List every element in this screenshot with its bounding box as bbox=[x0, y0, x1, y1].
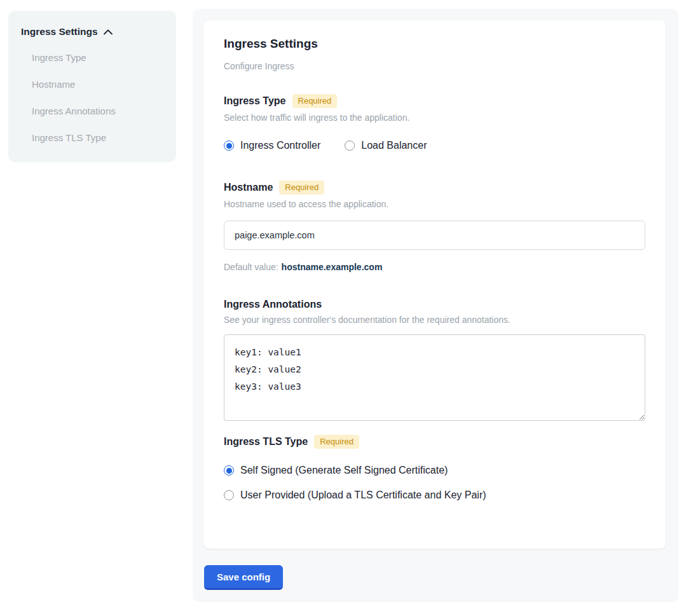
hostname-required-badge: Required bbox=[279, 181, 324, 195]
radio-icon[interactable] bbox=[224, 490, 234, 500]
card-title: Ingress Settings bbox=[224, 37, 645, 51]
main-panel: Ingress Settings Configure Ingress Ingre… bbox=[193, 9, 678, 602]
ingress-settings-card: Ingress Settings Configure Ingress Ingre… bbox=[203, 20, 666, 549]
hostname-input[interactable] bbox=[224, 221, 645, 250]
radio-label-self-signed: Self Signed (Generate Self Signed Certif… bbox=[240, 465, 448, 476]
sidebar-item-hostname[interactable]: Hostname bbox=[32, 78, 163, 91]
radio-icon[interactable] bbox=[224, 140, 234, 151]
sidebar-item-ingress-type[interactable]: Ingress Type bbox=[32, 51, 163, 64]
save-config-button[interactable]: Save config bbox=[204, 565, 283, 590]
radio-option-user-provided[interactable]: User Provided (Upload a TLS Certificate … bbox=[224, 489, 645, 501]
tls-type-required-badge: Required bbox=[314, 435, 359, 449]
annotations-description: See your ingress controller's documentat… bbox=[224, 315, 645, 325]
radio-icon[interactable] bbox=[345, 140, 355, 151]
radio-label-ingress-controller: Ingress Controller bbox=[240, 140, 320, 151]
ingress-type-label: Ingress Type bbox=[224, 95, 286, 107]
radio-label-load-balancer: Load Balancer bbox=[361, 140, 427, 151]
default-value-text: hostname.example.com bbox=[282, 262, 383, 272]
radio-label-user-provided: User Provided (Upload a TLS Certificate … bbox=[240, 489, 486, 501]
default-value-label: Default value: bbox=[224, 262, 278, 272]
ingress-type-radio-group: Ingress Controller Load Balancer bbox=[224, 140, 645, 151]
sidebar-section-title: Ingress Settings bbox=[21, 26, 98, 38]
sidebar-items: Ingress Type Hostname Ingress Annotation… bbox=[21, 51, 163, 144]
settings-nav-sidebar: Ingress Settings Ingress Type Hostname I… bbox=[8, 11, 176, 162]
hostname-description: Hostname used to access the application. bbox=[224, 199, 645, 209]
hostname-label: Hostname bbox=[224, 182, 273, 193]
tls-type-radio-group: Self Signed (Generate Self Signed Certif… bbox=[224, 465, 645, 501]
annotations-textarea[interactable]: key1: value1 key2: value2 key3: value3 bbox=[224, 334, 645, 421]
sidebar-item-ingress-tls-type[interactable]: Ingress TLS Type bbox=[32, 132, 163, 144]
radio-option-load-balancer[interactable]: Load Balancer bbox=[345, 140, 427, 151]
radio-icon[interactable] bbox=[224, 465, 234, 476]
page: Ingress Settings Ingress Type Hostname I… bbox=[0, 0, 693, 616]
chevron-up-icon bbox=[104, 29, 113, 35]
annotations-label: Ingress Annotations bbox=[224, 299, 322, 310]
hostname-default-line: Default value:hostname.example.com bbox=[224, 262, 645, 272]
ingress-type-description: Select how traffic will ingress to the a… bbox=[224, 113, 645, 123]
field-ingress-tls-type: Ingress TLS Type Required Self Signed (G… bbox=[224, 435, 645, 501]
sidebar-item-ingress-annotations[interactable]: Ingress Annotations bbox=[32, 105, 163, 118]
radio-option-ingress-controller[interactable]: Ingress Controller bbox=[224, 140, 320, 151]
field-hostname: Hostname Required Hostname used to acces… bbox=[224, 181, 645, 272]
field-ingress-type: Ingress Type Required Select how traffic… bbox=[224, 94, 645, 151]
card-subtitle: Configure Ingress bbox=[224, 61, 645, 71]
sidebar-section-ingress-settings[interactable]: Ingress Settings bbox=[21, 26, 163, 38]
radio-option-self-signed[interactable]: Self Signed (Generate Self Signed Certif… bbox=[224, 465, 645, 476]
field-ingress-annotations: Ingress Annotations See your ingress con… bbox=[224, 299, 645, 421]
ingress-type-required-badge: Required bbox=[292, 94, 338, 108]
tls-type-label: Ingress TLS Type bbox=[224, 436, 308, 448]
